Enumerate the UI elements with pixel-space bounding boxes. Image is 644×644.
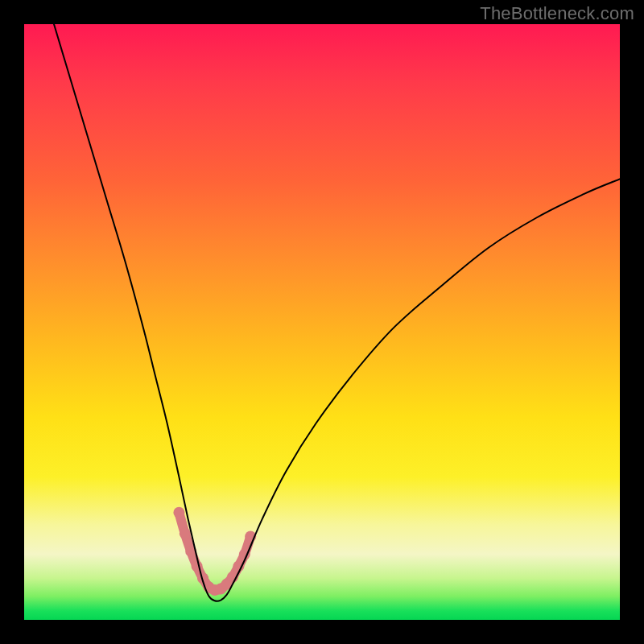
highlight-bead	[192, 560, 203, 572]
chart-stage: TheBottleneck.com	[0, 0, 644, 644]
highlight-bead	[180, 528, 191, 539]
chart-svg	[24, 24, 620, 620]
bottleneck-curve-group	[54, 24, 620, 601]
highlight-bead	[173, 507, 184, 518]
bottleneck-curve-path	[54, 24, 620, 601]
plot-area	[24, 24, 620, 620]
attribution-text: TheBottleneck.com	[480, 3, 634, 24]
highlight-band-group	[173, 507, 256, 596]
